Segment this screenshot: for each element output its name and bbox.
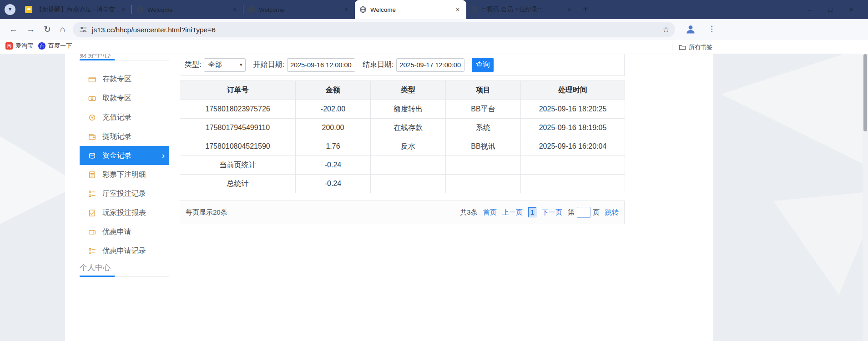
taobao-favicon-icon: 淘 xyxy=(5,42,13,50)
page-viewport: 财务中心 存款专区 取款专区 充值记录 提现记录 xyxy=(0,54,863,341)
page-scrollbar[interactable] xyxy=(863,54,868,341)
scrollbar-thumb[interactable] xyxy=(863,54,867,131)
cell-time: 2025-09-16 16:20:04 xyxy=(521,137,625,156)
tab-title: :::视讯 会员下注纪录::: xyxy=(482,5,565,14)
cell-project: BB视讯 xyxy=(446,137,521,156)
sidebar-menu: 存款专区 取款专区 充值记录 提现记录 资金记录 › xyxy=(80,70,169,261)
maximize-button[interactable]: □ xyxy=(820,0,841,19)
browser-menu-icon[interactable]: ⋮ xyxy=(708,24,716,35)
page-jump-group: 第 页 xyxy=(568,207,600,218)
forum-favicon-icon xyxy=(25,6,32,13)
tab-welcome-active[interactable]: Welcome × xyxy=(355,0,466,19)
bookmark-baidu[interactable]: 百 百度一下 xyxy=(38,42,72,50)
sidebar-item-lottery-bet-detail[interactable]: 彩票下注明细 xyxy=(80,165,169,184)
profile-avatar-icon[interactable] xyxy=(685,24,696,35)
next-page-link[interactable]: 下一页 xyxy=(542,208,562,217)
cell-amount: -202.00 xyxy=(296,100,371,119)
list-badge-icon xyxy=(88,247,96,256)
all-bookmarks-button[interactable]: 所有书签 xyxy=(689,43,712,51)
cell-empty xyxy=(446,175,521,193)
prev-page-link[interactable]: 上一页 xyxy=(502,208,523,217)
cell-amount: 200.00 xyxy=(296,119,371,137)
sidebar-section-personal: 个人中心 xyxy=(80,262,111,273)
tab-forum[interactable]: 【新提醒】海燕论坛 - 博学交... × xyxy=(20,0,132,19)
bookmark-star-icon[interactable]: ☆ xyxy=(662,25,670,35)
tab-welcome-2[interactable]: Welcome × xyxy=(243,0,355,19)
bookmark-label: 爱淘宝 xyxy=(15,42,33,50)
cell-label: 当前页统计 xyxy=(180,156,296,175)
cell-type: 反水 xyxy=(371,137,446,156)
site-info-icon[interactable] xyxy=(79,25,87,34)
address-bar[interactable]: js13.cc/hhcp/usercenter.html?iniType=6 ☆ xyxy=(73,22,675,37)
cell-project: 系统 xyxy=(446,119,521,137)
bookmark-taobao[interactable]: 淘 爱淘宝 xyxy=(5,42,33,50)
tab-welcome-1[interactable]: Welcome × xyxy=(132,0,243,19)
sidebar-item-label: 玩家投注报表 xyxy=(102,208,146,218)
table-row: 1758010804521590 1.76 反水 BB视讯 2025-09-16… xyxy=(180,137,625,156)
sidebar-item-label: 优惠申请记录 xyxy=(102,246,146,256)
grid-list-icon xyxy=(88,190,96,198)
background-triangle-decoration xyxy=(721,54,863,168)
column-header-order-no: 订单号 xyxy=(180,81,296,100)
table-row-grand-total: 总统计 -0.24 xyxy=(180,175,625,193)
reload-button[interactable]: ↻ xyxy=(44,24,51,35)
type-label: 类型: xyxy=(185,60,201,70)
type-select[interactable]: 全部 ▾ xyxy=(204,58,246,72)
minimize-button[interactable]: – xyxy=(799,0,820,19)
first-page-link[interactable]: 首页 xyxy=(483,208,497,217)
start-date-input[interactable] xyxy=(287,58,355,72)
tab-close-icon[interactable]: × xyxy=(119,6,127,13)
home-button[interactable]: ⌂ xyxy=(60,24,65,35)
coins-stack-icon xyxy=(88,151,96,160)
current-page-indicator: 1 xyxy=(528,207,536,217)
usercenter-panel: 财务中心 存款专区 取款专区 充值记录 提现记录 xyxy=(65,54,713,341)
sidebar-item-room-bet-records[interactable]: 厅室投注记录 xyxy=(80,184,169,203)
type-select-value: 全部 xyxy=(208,60,222,69)
sidebar-item-label: 提现记录 xyxy=(102,132,131,141)
sidebar-item-label: 优惠申请 xyxy=(102,227,131,237)
jump-button[interactable]: 跳转 xyxy=(605,208,619,217)
globe-favicon-icon xyxy=(136,6,144,13)
sidebar-item-topup-records[interactable]: 充值记录 xyxy=(80,108,169,127)
sidebar-item-funds-records[interactable]: 资金记录 › xyxy=(80,146,169,165)
wallet-icon xyxy=(88,132,96,141)
tab-title: 【新提醒】海燕论坛 - 博学交... xyxy=(36,5,119,14)
cell-project: BB平台 xyxy=(446,100,521,119)
sidebar-item-player-bet-report[interactable]: 玩家投注报表 xyxy=(80,203,169,222)
sidebar-item-withdraw-zone[interactable]: 取款专区 xyxy=(80,89,169,108)
tab-close-icon[interactable]: × xyxy=(231,6,239,13)
sidebar-item-promo-apply-records[interactable]: 优惠申请记录 xyxy=(80,241,169,261)
tab-close-icon[interactable]: × xyxy=(565,6,573,13)
new-tab-button[interactable]: + xyxy=(580,4,591,15)
tab-search-button[interactable]: ▾ xyxy=(5,4,15,15)
cell-empty xyxy=(371,175,446,193)
tab-title: Welcome xyxy=(147,6,231,13)
globe-favicon-icon xyxy=(359,6,367,13)
page-pre-label: 第 xyxy=(568,208,575,217)
cell-empty xyxy=(371,156,446,175)
page-number-input[interactable] xyxy=(577,207,590,218)
back-button[interactable]: ← xyxy=(9,24,18,35)
forward-button[interactable]: → xyxy=(26,24,35,35)
url-text[interactable]: js13.cc/hhcp/usercenter.html?iniType=6 xyxy=(92,25,216,34)
tab-title: Welcome xyxy=(259,6,342,13)
window-close-button[interactable]: × xyxy=(841,0,862,19)
sidebar-item-withdraw-records[interactable]: 提现记录 xyxy=(80,127,169,146)
cell-order-no: 1758010804521590 xyxy=(180,137,296,156)
pagination-bar: 每页显示20条 共3条 首页 上一页 1 下一页 第 页 跳转 xyxy=(180,201,625,224)
sidebar-item-label: 彩票下注明细 xyxy=(102,170,146,180)
funds-records-table: 订单号 金额 类型 项目 处理时间 1758018023975726 -202.… xyxy=(180,80,625,193)
end-date-input[interactable] xyxy=(396,58,464,72)
tab-betting-record[interactable]: :::视讯 会员下注纪录::: × xyxy=(466,0,578,19)
coin-icon xyxy=(88,113,96,122)
cell-empty xyxy=(446,156,521,175)
tab-close-icon[interactable]: × xyxy=(454,6,462,13)
report-check-icon xyxy=(88,209,96,217)
column-header-amount: 金额 xyxy=(296,81,371,100)
cell-type: 在线存款 xyxy=(371,119,446,137)
query-button[interactable]: 查询 xyxy=(472,58,494,72)
sidebar-item-deposit-zone[interactable]: 存款专区 xyxy=(80,70,169,89)
tab-close-icon[interactable]: × xyxy=(342,6,350,13)
all-bookmarks-folder-icon xyxy=(679,44,686,51)
sidebar-item-promo-apply[interactable]: 优惠申请 xyxy=(80,222,169,241)
